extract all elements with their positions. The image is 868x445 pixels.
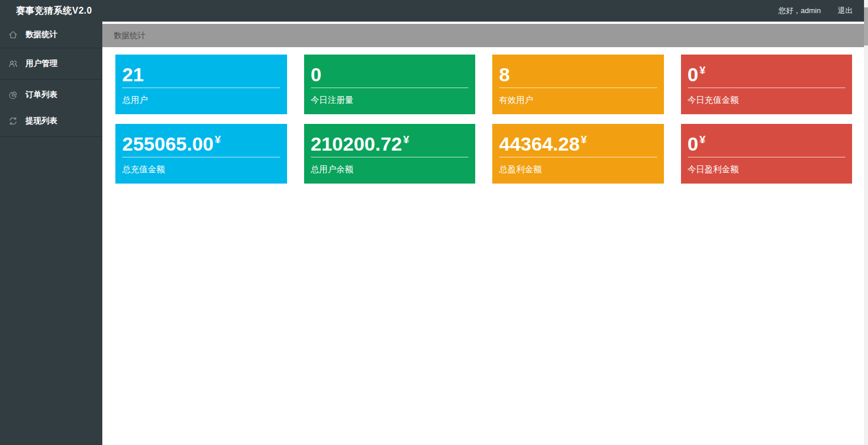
sidebar-item-user-management[interactable]: 用户管理 — [0, 51, 102, 77]
app-title: 赛事竞猜系统V2.0 — [16, 5, 92, 17]
currency-symbol: ¥ — [699, 64, 705, 76]
stat-value: 0¥ — [688, 60, 846, 85]
stat-value: 210200.72¥ — [311, 129, 469, 155]
currency-symbol: ¥ — [215, 134, 221, 145]
currency-symbol: ¥ — [403, 134, 409, 145]
home-icon — [8, 30, 18, 40]
stat-value: 8 — [499, 60, 657, 85]
user-greeting: 您好，admin — [779, 6, 821, 16]
users-icon — [8, 59, 18, 69]
stat-value: 0 — [311, 60, 469, 85]
logout-button[interactable]: 退出 — [838, 6, 853, 16]
card-divider — [688, 157, 846, 157]
card-divider — [311, 88, 469, 88]
stat-label: 今日注册量 — [311, 95, 469, 106]
stat-label: 今日充值金额 — [688, 95, 846, 106]
sidebar-item-label: 订单列表 — [26, 90, 57, 100]
stat-card-today-profit: 0¥ 今日盈利金额 — [681, 124, 853, 184]
card-divider — [499, 157, 657, 157]
card-divider — [122, 157, 280, 157]
card-divider — [688, 88, 846, 88]
card-divider — [122, 88, 280, 88]
stat-label: 总盈利金额 — [499, 164, 657, 175]
refresh-icon — [8, 116, 18, 126]
currency-symbol: ¥ — [699, 134, 705, 145]
stat-card-valid-users: 8 有效用户 — [492, 55, 664, 114]
card-divider — [311, 157, 469, 157]
stat-card-today-registrations: 0 今日注册量 — [304, 55, 476, 114]
stat-label: 有效用户 — [499, 95, 657, 106]
stat-label: 总用户余额 — [311, 164, 469, 175]
vertical-scrollbar[interactable] — [864, 0, 868, 445]
stat-card-total-users: 21 总用户 — [115, 55, 287, 114]
stat-label: 今日盈利金额 — [688, 164, 846, 175]
sidebar-item-label: 数据统计 — [26, 30, 57, 40]
stat-value: 21 — [122, 60, 280, 85]
sidebar: 数据统计 用户管理 订单列表 — [0, 22, 102, 445]
scrollbar-thumb[interactable] — [864, 7, 868, 45]
stat-card-total-profit: 44364.28¥ 总盈利金额 — [492, 124, 664, 184]
sidebar-item-data-stats[interactable]: 数据统计 — [0, 22, 102, 48]
stat-card-today-recharge: 0¥ 今日充值金额 — [681, 55, 853, 114]
top-header: 赛事竞猜系统V2.0 您好，admin 退出 — [0, 0, 868, 22]
stat-card-total-recharge: 255065.00¥ 总充值金额 — [115, 124, 287, 184]
stat-value: 255065.00¥ — [122, 129, 280, 155]
stats-grid: 21 总用户 0 今日注册量 8 有效用户 0¥ 今日充值金额 255065.0… — [102, 47, 868, 184]
sidebar-item-label: 用户管理 — [26, 59, 57, 69]
main-content: 数据统计 21 总用户 0 今日注册量 8 有效用户 0¥ 今日充值金额 255… — [102, 22, 868, 445]
stat-label: 总用户 — [122, 95, 280, 106]
stat-card-total-user-balance: 210200.72¥ 总用户余额 — [304, 124, 476, 184]
breadcrumb: 数据统计 — [102, 24, 868, 47]
stat-value: 44364.28¥ — [499, 129, 657, 155]
pie-chart-icon — [8, 90, 18, 100]
sidebar-item-label: 提现列表 — [26, 116, 57, 126]
card-divider — [499, 88, 657, 88]
currency-symbol: ¥ — [581, 134, 587, 145]
stat-value: 0¥ — [688, 129, 846, 155]
breadcrumb-title: 数据统计 — [114, 31, 146, 41]
stat-label: 总充值金额 — [122, 164, 280, 175]
sidebar-item-withdraw-list[interactable]: 提现列表 — [0, 108, 102, 134]
sidebar-item-order-list[interactable]: 订单列表 — [0, 82, 102, 108]
